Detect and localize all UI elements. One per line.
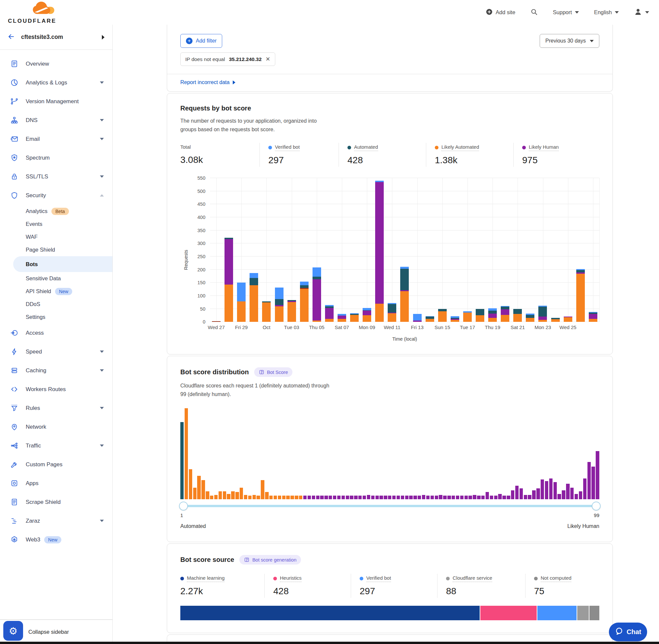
sidebar-item-spectrum[interactable]: Spectrum (0, 148, 112, 167)
stat-label-text[interactable]: Automated (354, 144, 378, 151)
sidebar-subitem-label: Page Shield (26, 247, 55, 253)
chart-bar (225, 238, 233, 322)
sidebar-item-api-shield[interactable]: API ShieldNew (0, 285, 112, 298)
web3-badge: New (44, 536, 61, 544)
stat-value: 2.27k (180, 586, 264, 597)
histogram-bar (447, 496, 451, 499)
sidebar-item-ddos[interactable]: DDoS (0, 298, 112, 310)
histogram-bar (316, 496, 320, 499)
sidebar-item-custom-pages[interactable]: Custom Pages (0, 455, 112, 474)
chart-bar-segment-likely-human (501, 309, 509, 315)
chart-bar (576, 269, 585, 322)
search-button[interactable] (531, 8, 538, 17)
histogram-bar (524, 495, 527, 500)
report-incorrect-data-link[interactable]: Report incorrect data (180, 79, 235, 86)
sidebar-item-traffic[interactable]: Traffic (0, 436, 112, 455)
histogram-bar (468, 496, 472, 499)
sidebar-item-rules[interactable]: Rules (0, 399, 112, 417)
support-menu[interactable]: Support (553, 9, 579, 16)
sidebar-item-bots[interactable]: Bots (13, 256, 112, 272)
back-arrow-icon[interactable] (7, 33, 15, 42)
sidebar-item-analytics[interactable]: AnalyticsBeta (0, 205, 112, 217)
chat-button[interactable]: Chat (609, 623, 647, 641)
web3-icon (10, 535, 19, 544)
stat-label-text[interactable]: Not computed (541, 575, 571, 582)
chevron-down-icon (100, 138, 104, 140)
stat-label-text[interactable]: Verified bot (366, 575, 391, 582)
sidebar-item-security[interactable]: Security (0, 186, 112, 205)
language-menu[interactable]: English (594, 9, 619, 16)
sidebar-item-dns[interactable]: DNS (0, 111, 112, 130)
histogram-bar (430, 496, 434, 499)
slider-max-value: 99 (594, 512, 599, 518)
requests-card-title: Requests by bot score (180, 105, 251, 112)
slider-handle-min[interactable] (179, 502, 188, 510)
sidebar-item-speed[interactable]: Speed (0, 342, 112, 361)
chart-bar-segment-likely-automated (400, 291, 409, 322)
chart-bar-segment-likely-automated (526, 318, 534, 322)
sidebar-item-analytics-logs[interactable]: Analytics & Logs (0, 73, 112, 92)
histogram-bar (350, 496, 353, 499)
sidebar-item-ssl-tls[interactable]: SSL/TLS (0, 167, 112, 186)
sidebar-item-scrape-shield[interactable]: Scrape Shield (0, 493, 112, 511)
add-filter-button[interactable]: + Add filter (180, 34, 222, 48)
sidebar-item-email[interactable]: Email (0, 130, 112, 148)
sidebar-item-page-shield[interactable]: Page Shield (0, 243, 112, 256)
stat-label-text[interactable]: Likely Human (529, 144, 559, 151)
bot-score-generation-badge[interactable]: Bot score generation (239, 555, 301, 565)
sidebar-item-overview[interactable]: Overview (0, 54, 112, 73)
sidebar-item-caching[interactable]: Caching (0, 361, 112, 380)
sidebar-item-network[interactable]: Network (0, 417, 112, 436)
histogram-bar (507, 496, 510, 499)
stat-value: 75 (534, 586, 599, 597)
sidebar-item-web3[interactable]: Web3New (0, 530, 112, 549)
bot-score-badge[interactable]: Bot Score (254, 367, 293, 377)
plus-circle-icon (486, 8, 493, 17)
add-site-button[interactable]: Add site (486, 8, 515, 17)
stat-label-text[interactable]: Likely Automated (442, 144, 479, 151)
plus-icon: + (186, 38, 192, 44)
date-range-dropdown[interactable]: Previous 30 days (540, 34, 599, 48)
sidebar-item-label: Rules (26, 405, 40, 412)
legend-dot-icon (435, 146, 439, 150)
stat-label-text[interactable]: Heuristics (280, 575, 302, 582)
chart-bar-segment-automated (513, 309, 522, 314)
chart-bar-segment-likely-human (375, 182, 384, 304)
account-menu[interactable] (634, 7, 649, 17)
bot-score-source-card: Bot score source Bot score generation Ma… (167, 544, 613, 633)
filter-chip[interactable]: IP does not equal 35.212.240.32 ✕ (180, 52, 275, 66)
sidebar-item-waf[interactable]: WAF (0, 230, 112, 243)
settings-gear-button[interactable]: ⚙ (3, 621, 23, 641)
histogram-bar (418, 496, 421, 499)
stat-value: 428 (273, 586, 351, 597)
chart-bar (526, 314, 534, 322)
histogram-bar (414, 496, 417, 499)
histogram-bar (439, 495, 442, 500)
stat-label-text[interactable]: Cloudflare service (453, 575, 492, 582)
sidebar-item-settings[interactable]: Settings (0, 310, 112, 323)
remove-filter-icon[interactable]: ✕ (266, 56, 270, 63)
sidebar-item-sensitive-data[interactable]: Sensitive Data (0, 272, 112, 285)
sidebar-subitem-label: Bots (26, 261, 38, 268)
stat-label-text[interactable]: Verified bot (275, 144, 300, 151)
sidebar: cftestsite3.com OverviewAnalytics & Logs… (0, 25, 113, 644)
sidebar-item-label: Workers Routes (26, 386, 66, 393)
sidebar-item-workers-routes[interactable]: Workers Routes (0, 380, 112, 399)
stat-label-text: Total (180, 144, 191, 151)
histogram-bar (591, 466, 595, 499)
sidebar-item-zaraz[interactable]: Zaraz (0, 511, 112, 530)
histogram-bar (422, 495, 425, 500)
stat-label-text[interactable]: Machine learning (187, 575, 225, 582)
sidebar-item-events[interactable]: Events (0, 217, 112, 230)
slider-handle-max[interactable] (592, 502, 601, 510)
y-tick-label: 150 (197, 280, 205, 285)
source-stacked-bar (180, 606, 599, 620)
stat-label: Heuristics (273, 575, 302, 582)
sidebar-item-apps[interactable]: Apps (0, 474, 112, 493)
histogram-bar (240, 488, 243, 500)
sidebar-subitem-label: Analytics (26, 208, 47, 214)
site-switcher[interactable]: cftestsite3.com (0, 25, 112, 50)
sidebar-item-access[interactable]: Access (0, 323, 112, 342)
sidebar-item-version-management[interactable]: Version Management (0, 92, 112, 111)
sidebar-item-label: Speed (26, 348, 42, 355)
